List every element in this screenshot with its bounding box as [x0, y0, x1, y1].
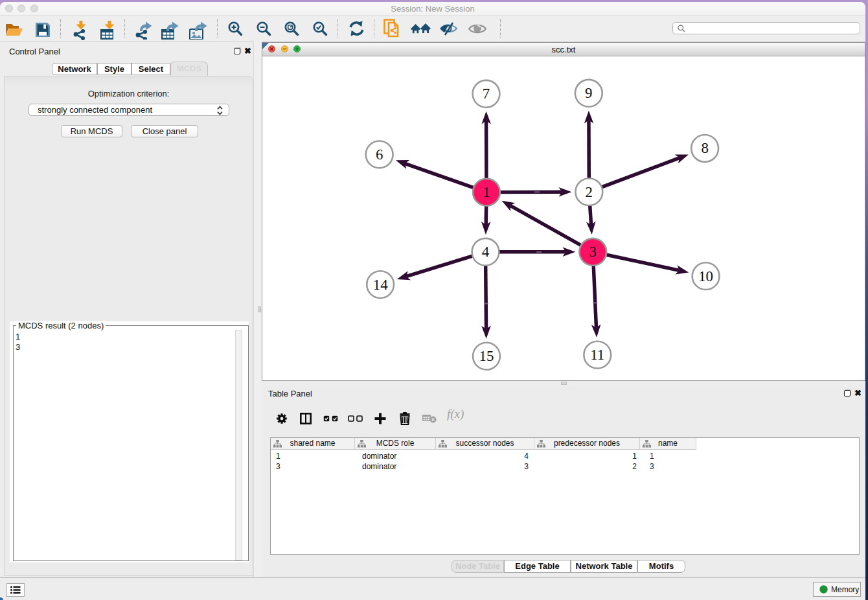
svg-text:11: 11	[590, 347, 604, 363]
svg-text:3: 3	[589, 244, 597, 260]
svg-text:15: 15	[479, 348, 494, 364]
svg-text:8: 8	[701, 140, 708, 156]
svg-text:6: 6	[376, 146, 383, 163]
svg-text:1: 1	[483, 184, 490, 200]
svg-text:9: 9	[585, 85, 592, 101]
svg-text:2: 2	[586, 184, 593, 200]
svg-text:10: 10	[698, 268, 713, 284]
svg-text:7: 7	[483, 86, 490, 102]
svg-text:4: 4	[482, 244, 490, 260]
svg-text:14: 14	[373, 277, 388, 293]
